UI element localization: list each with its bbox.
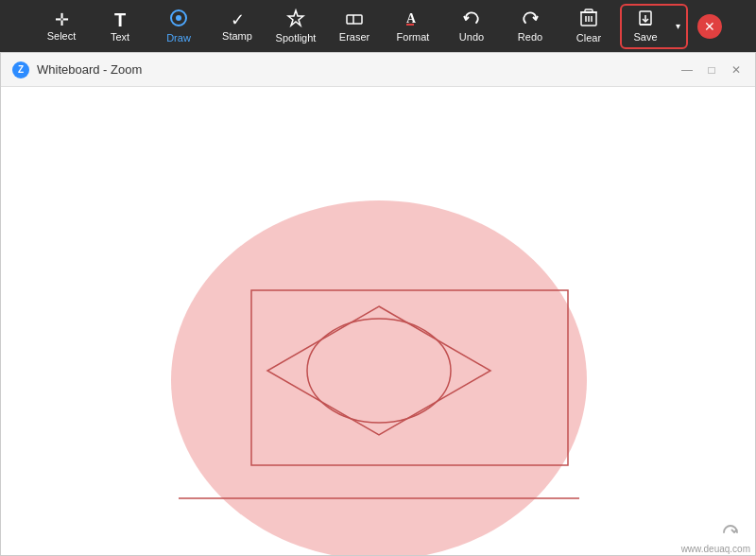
svg-point-1 <box>176 15 181 21</box>
tool-clear-label: Clear <box>576 32 601 43</box>
select-icon: ✛ <box>55 11 69 28</box>
tool-undo-label: Undo <box>459 31 484 43</box>
maximize-btn[interactable]: □ <box>704 62 719 78</box>
tool-redo[interactable]: Redo <box>503 4 558 49</box>
spotlight-icon <box>286 9 305 30</box>
toolbar-close-btn[interactable]: ✕ <box>697 14 722 39</box>
clear-icon <box>580 9 597 30</box>
svg-rect-5 <box>406 24 414 26</box>
undo-icon <box>462 9 481 29</box>
tool-spotlight-label: Spotlight <box>276 32 317 43</box>
save-label: Save <box>633 31 657 43</box>
tool-redo-label: Redo <box>518 31 542 43</box>
svg-rect-11 <box>585 9 593 12</box>
format-icon: A <box>404 9 422 29</box>
tool-clear[interactable]: Clear <box>561 4 616 49</box>
svg-rect-2 <box>347 15 362 24</box>
toolbar: ✛ Select T Text Draw ✓ Stamp Spotlight <box>0 0 756 52</box>
tool-text-label: Text <box>111 31 129 43</box>
text-icon: T <box>114 10 126 29</box>
refresh-btn[interactable] <box>719 521 742 544</box>
tool-save[interactable]: Save ▾ <box>620 4 688 49</box>
tool-format[interactable]: A Format <box>386 4 440 49</box>
tool-spotlight[interactable]: Spotlight <box>268 4 323 49</box>
canvas-area[interactable] <box>1 87 755 555</box>
background-ellipse <box>171 200 587 555</box>
tool-format-label: Format <box>397 31 430 43</box>
minimize-btn[interactable]: — <box>679 62 695 78</box>
tool-select-label: Select <box>47 30 77 42</box>
tool-draw-label: Draw <box>166 32 191 43</box>
zoom-logo: Z <box>12 61 29 78</box>
tool-eraser[interactable]: Eraser <box>327 4 382 49</box>
titlebar: Z Whiteboard - Zoom — □ ✕ <box>1 53 755 87</box>
save-icon <box>637 10 654 29</box>
svg-text:A: A <box>406 11 417 26</box>
tool-undo[interactable]: Undo <box>444 4 499 49</box>
titlebar-controls: — □ ✕ <box>679 62 744 78</box>
eraser-icon <box>345 9 364 29</box>
tool-stamp[interactable]: ✓ Stamp <box>210 4 265 49</box>
window-title: Whiteboard - Zoom <box>37 62 672 77</box>
close-btn[interactable]: ✕ <box>729 62 744 78</box>
tool-draw[interactable]: Draw <box>151 4 206 49</box>
tool-eraser-label: Eraser <box>339 31 369 43</box>
tool-select[interactable]: ✛ Select <box>34 4 89 49</box>
stamp-icon: ✓ <box>231 11 245 28</box>
tool-stamp-label: Stamp <box>222 30 252 42</box>
tool-text[interactable]: T Text <box>93 4 147 49</box>
whiteboard-window: Z Whiteboard - Zoom — □ ✕ <box>0 52 756 556</box>
draw-icon <box>169 9 188 30</box>
save-dropdown-btn[interactable]: ▾ <box>669 21 686 31</box>
drawing-svg <box>1 87 755 555</box>
redo-icon <box>521 9 540 29</box>
